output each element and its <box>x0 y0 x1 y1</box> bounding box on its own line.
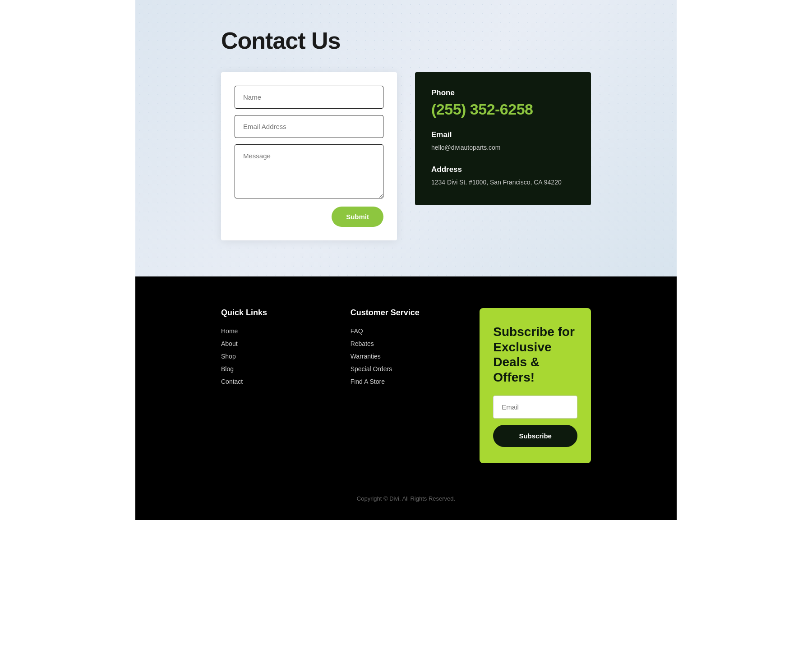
email-input[interactable] <box>235 115 383 138</box>
quick-links-col: Quick Links Home About Shop Blog Contact <box>221 308 332 391</box>
page-title: Contact Us <box>221 27 591 54</box>
copyright: Copyright © Divi. All Rights Reserved. <box>221 486 591 502</box>
email-label: Email <box>431 130 575 139</box>
phone-label: Phone <box>431 88 575 97</box>
contact-form: Submit <box>235 86 383 227</box>
footer-link-blog[interactable]: Blog <box>221 365 332 373</box>
quick-links-list: Home About Shop Blog Contact <box>221 327 332 385</box>
footer-link-rebates[interactable]: Rebates <box>351 340 462 347</box>
customer-service-list: FAQ Rebates Warranties Special Orders Fi… <box>351 327 462 385</box>
phone-number: (255) 352-6258 <box>431 101 575 118</box>
footer: Quick Links Home About Shop Blog Contact… <box>135 276 677 520</box>
phone-section: Phone (255) 352-6258 <box>431 88 575 118</box>
subscribe-email-input[interactable] <box>493 396 577 419</box>
message-input[interactable] <box>235 144 383 198</box>
contact-info-card: Phone (255) 352-6258 Email hello@diviaut… <box>415 72 591 205</box>
contact-form-card: Submit <box>221 72 397 240</box>
address-label: Address <box>431 165 575 174</box>
name-input[interactable] <box>235 86 383 109</box>
footer-link-special-orders[interactable]: Special Orders <box>351 365 462 373</box>
address-value: 1234 Divi St. #1000, San Francisco, CA 9… <box>431 178 575 187</box>
address-section: Address 1234 Divi St. #1000, San Francis… <box>431 165 575 187</box>
subscribe-box: Subscribe for Exclusive Deals & Offers! … <box>480 308 591 463</box>
submit-button[interactable]: Submit <box>332 207 383 227</box>
contact-section: Contact Us Submit Phone (255) 352-6258 <box>135 0 677 276</box>
customer-service-col: Customer Service FAQ Rebates Warranties … <box>351 308 462 391</box>
footer-link-shop[interactable]: Shop <box>221 353 332 360</box>
footer-grid: Quick Links Home About Shop Blog Contact… <box>221 308 591 463</box>
footer-link-home[interactable]: Home <box>221 327 332 335</box>
footer-link-warranties[interactable]: Warranties <box>351 353 462 360</box>
email-value: hello@diviautoparts.com <box>431 143 575 152</box>
email-section: Email hello@diviautoparts.com <box>431 130 575 152</box>
footer-link-contact[interactable]: Contact <box>221 378 332 385</box>
footer-link-about[interactable]: About <box>221 340 332 347</box>
quick-links-title: Quick Links <box>221 308 332 318</box>
customer-service-title: Customer Service <box>351 308 462 318</box>
subscribe-title: Subscribe for Exclusive Deals & Offers! <box>493 324 577 385</box>
footer-link-faq[interactable]: FAQ <box>351 327 462 335</box>
subscribe-button[interactable]: Subscribe <box>493 425 577 447</box>
contact-grid: Submit Phone (255) 352-6258 Email hello@… <box>221 72 591 240</box>
footer-link-find-store[interactable]: Find A Store <box>351 378 462 385</box>
